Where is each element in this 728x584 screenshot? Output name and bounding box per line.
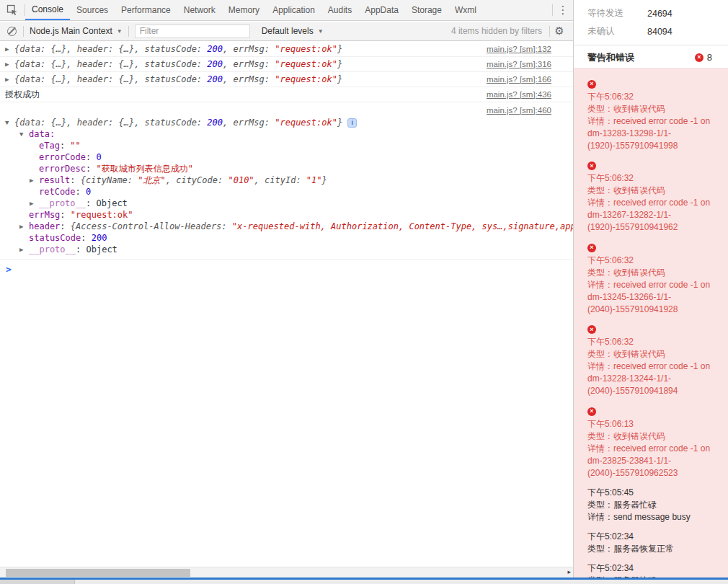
- tree-line: ▶ header: {Access-Control-Allow-Headers:…: [0, 221, 573, 232]
- horizontal-scrollbar[interactable]: ▸: [0, 567, 573, 578]
- inspect-element-button[interactable]: [0, 0, 25, 20]
- entry-detail: dm-13283-13298-1/1-: [587, 128, 721, 140]
- more-menu-icon[interactable]: ⋮: [553, 0, 573, 20]
- log-text: 授权成功: [5, 89, 40, 101]
- error-entry: × 下午5:06:32 类型：收到错误代码 详情：received error …: [587, 241, 721, 316]
- filter-input[interactable]: [135, 25, 250, 38]
- entry-detail: (2040)-1557910941894: [587, 385, 721, 397]
- collapse-caret-icon[interactable]: ▼: [19, 130, 29, 138]
- entry-detail: 详情：received error code -1 on: [587, 197, 721, 209]
- tab-console[interactable]: Console: [25, 0, 70, 20]
- entry-detail: dm-13245-13266-1/1-: [587, 291, 721, 304]
- entry-time: 下午5:06:32: [587, 255, 721, 267]
- scrollbar-right-arrow-icon[interactable]: ▸: [567, 568, 571, 575]
- error-icon: ×: [587, 407, 596, 416]
- stat-value: 84094: [647, 27, 672, 37]
- tab-appdata[interactable]: AppData: [358, 0, 405, 20]
- clear-console-icon[interactable]: [7, 27, 17, 36]
- tree-property[interactable]: result: {cityName: "北京", cityCode: "010"…: [39, 174, 327, 186]
- hidden-items-info: 4 items hidden by filters: [451, 26, 542, 36]
- error-entry: × 下午5:06:13 类型：收到错误代码 详情：received error …: [587, 404, 721, 479]
- entry-type: 类型：服务器忙碌: [587, 499, 721, 511]
- source-link[interactable]: main.js? [sm]:436: [487, 90, 551, 99]
- entry-detail: (2040)-1557910962523: [587, 467, 721, 479]
- entry-time: 下午5:06:32: [587, 336, 721, 348]
- tree-property: errorCode: 0: [39, 152, 102, 162]
- execution-context-select[interactable]: Node.js Main Context ▼: [24, 26, 128, 36]
- tab-memory[interactable]: Memory: [222, 0, 266, 20]
- queue-stats: 等待发送 24694 未确认 84094: [574, 0, 728, 43]
- stat-value: 24694: [647, 9, 672, 19]
- tab-storage[interactable]: Storage: [405, 0, 448, 20]
- entry-time: 下午5:05:45: [587, 487, 721, 499]
- devtools-left-pane: Console Sources Performance Network Memo…: [0, 0, 573, 578]
- tree-line: ▶ __proto__: Object: [0, 198, 573, 209]
- prompt-chevron-icon: >: [6, 264, 12, 275]
- info-badge-icon[interactable]: i: [347, 118, 357, 128]
- entry-detail: (1920)-1557910941998: [587, 140, 721, 152]
- object-preview[interactable]: {data: {…}, header: {…}, statusCode: 200…: [14, 118, 342, 128]
- tree-property[interactable]: header: {Access-Control-Allow-Headers: "…: [29, 221, 573, 231]
- warning-entry: 下午5:02:34 类型：服务器恢复正常: [587, 531, 721, 555]
- tab-application[interactable]: Application: [266, 0, 321, 20]
- error-entry: × 下午5:06:32 类型：收到错误代码 详情：received error …: [587, 77, 721, 152]
- tree-property[interactable]: data:: [29, 129, 55, 139]
- warning-entry: 下午5:02:34 类型：服务器忙碌 详情：send message busy: [587, 562, 721, 578]
- entry-type: 类型：收到错误代码: [587, 348, 721, 360]
- tab-audits[interactable]: Audits: [321, 0, 358, 20]
- collapse-caret-icon[interactable]: ▼: [5, 119, 14, 126]
- object-preview[interactable]: {data: {…}, header: {…}, statusCode: 200…: [14, 59, 342, 69]
- tab-network[interactable]: Network: [177, 0, 222, 20]
- entry-time: 下午5:02:34: [587, 531, 721, 543]
- error-icon: ×: [587, 244, 596, 252]
- entry-detail: dm-13228-13244-1/1-: [587, 373, 721, 385]
- warnings-errors-list[interactable]: × 下午5:06:32 类型：收到错误代码 详情：received error …: [574, 68, 728, 578]
- inspect-cursor-icon: [6, 4, 18, 16]
- devtools-tabbar: Console Sources Performance Network Memo…: [0, 0, 573, 21]
- divider: [128, 26, 129, 37]
- tree-property: eTag: "": [39, 141, 81, 151]
- expand-caret-icon[interactable]: ▶: [5, 61, 14, 68]
- tree-line: retCode: 0: [0, 186, 573, 198]
- scrollbar-thumb[interactable]: [6, 569, 190, 577]
- source-link[interactable]: main.js? [sm]:316: [487, 60, 551, 68]
- entry-type: 类型：收到错误代码: [587, 267, 721, 279]
- source-link[interactable]: main.js? [sm]:460: [487, 106, 551, 115]
- console-log-message: 授权成功 main.js? [sm]:436: [0, 87, 573, 102]
- tree-line-root: ▼ {data: {…}, header: {…}, statusCode: 2…: [0, 117, 573, 128]
- tab-wxml[interactable]: Wxml: [448, 0, 483, 20]
- chevron-down-icon: ▼: [318, 28, 324, 35]
- object-preview[interactable]: {data: {…}, header: {…}, statusCode: 200…: [14, 44, 342, 54]
- tree-property[interactable]: __proto__: Object: [29, 244, 117, 255]
- source-link[interactable]: main.js? [sm]:132: [487, 45, 551, 53]
- tree-line: ▶ result: {cityName: "北京", cityCode: "01…: [0, 174, 573, 186]
- expand-caret-icon[interactable]: ▶: [19, 223, 29, 230]
- expanded-console-message: main.js? [sm]:460 ▼ {data: {…}, header: …: [0, 102, 573, 260]
- object-preview[interactable]: {data: {…}, header: {…}, statusCode: 200…: [14, 74, 342, 84]
- console-prompt[interactable]: >: [0, 260, 573, 275]
- status-side-panel: 等待发送 24694 未确认 84094 警告和错误 × 8 × 下午5:06:…: [573, 0, 728, 578]
- expand-caret-icon[interactable]: ▶: [19, 246, 29, 253]
- expand-caret-icon[interactable]: ▶: [5, 76, 14, 83]
- tree-property[interactable]: __proto__: Object: [39, 198, 128, 208]
- tab-sources[interactable]: Sources: [70, 0, 115, 20]
- expand-caret-icon[interactable]: ▶: [30, 200, 39, 207]
- tree-line: errMsg: "request:ok": [0, 209, 573, 221]
- gear-icon[interactable]: ⚙: [550, 25, 569, 37]
- expand-caret-icon[interactable]: ▶: [5, 45, 14, 53]
- stat-row: 未确认 84094: [587, 22, 728, 40]
- stat-row: 等待发送 24694: [587, 4, 728, 22]
- console-message: ▶ {data: {…}, header: {…}, statusCode: 2…: [0, 42, 573, 57]
- entry-type: 类型：收到错误代码: [587, 430, 721, 443]
- tab-performance[interactable]: Performance: [115, 0, 177, 20]
- levels-label: Default levels: [262, 26, 314, 36]
- tree-property: errMsg: "request:ok": [29, 210, 133, 220]
- source-link[interactable]: main.js? [sm]:166: [487, 75, 551, 84]
- error-entry: × 下午5:06:32 类型：收到错误代码 详情：received error …: [587, 323, 721, 398]
- warnings-errors-header: 警告和错误 × 8: [574, 45, 728, 69]
- expand-caret-icon[interactable]: ▶: [30, 177, 39, 184]
- entry-time: 下午5:06:13: [587, 418, 721, 430]
- error-icon: ×: [587, 162, 596, 170]
- tree-line: statusCode: 200: [0, 232, 573, 244]
- log-levels-select[interactable]: Default levels ▼: [256, 26, 329, 36]
